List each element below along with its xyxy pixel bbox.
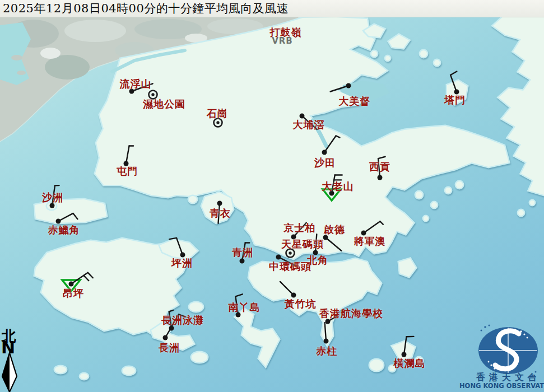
station-wind-barb (280, 282, 296, 298)
station-label: 京士柏 (284, 223, 316, 233)
map-title: 2025年12月08日04時00分的十分鐘平均風向及風速 (3, 1, 289, 16)
station-label: 昂坪 (63, 288, 84, 298)
station-label: 啟德 (324, 225, 345, 235)
station-wind-barb (450, 71, 459, 94)
station-label: 濕地公園 (143, 99, 185, 109)
station-label: 香港航海學校 (319, 309, 383, 319)
station-label: 天星碼頭 (281, 239, 324, 249)
station-label: 長洲 (159, 343, 180, 353)
station-calm-marker (214, 119, 222, 127)
station-label: 北角 (307, 255, 328, 265)
station-label: 沙洲 (42, 193, 63, 203)
hko-logo-name-en: HONG KONG OBSERVATORY (459, 382, 544, 390)
station-label: 中環碼頭 (269, 262, 311, 272)
station-wind-barb (361, 221, 383, 235)
station-wind-barb (169, 238, 185, 258)
station-label: 流浮山 (120, 79, 152, 89)
station-label: 橫瀾島 (394, 358, 426, 368)
station-label: 大老山 (322, 181, 354, 192)
station-label: 大埔滘 (293, 120, 325, 130)
station-label: 南丫島 (229, 302, 261, 312)
station-label: 坪洲 (171, 258, 193, 268)
station-wind-barb (56, 213, 78, 224)
station-label: 石崗 (207, 109, 228, 119)
station-label: 長洲泳灘 (161, 315, 204, 325)
station-label: 大美督 (339, 96, 371, 106)
variable-wind-text: VRB (272, 36, 293, 46)
station-label: 青衣 (210, 208, 231, 218)
wind-map-screen: 打鼓嶺VRB流浮山濕地公園石崗大埔滘大美督塔門沙田西貢大老山屯門沙洲赤鱲角青衣京… (0, 0, 544, 392)
title-bar: 2025年12月08日04時00分的十分鐘平均風向及風速 (0, 0, 544, 17)
station-label: 將軍澳 (354, 236, 386, 246)
station-label: 黃竹坑 (285, 299, 317, 309)
station-wind-barb (124, 146, 134, 166)
compass-north-arrow-icon (0, 351, 22, 392)
station-label: 屯門 (117, 166, 138, 176)
station-label: 青洲 (232, 248, 253, 258)
station-label: 沙田 (314, 158, 336, 168)
station-wind-barb (402, 337, 414, 357)
station-label: 西貢 (369, 162, 390, 172)
station-wind-barb (323, 235, 342, 251)
station-label: 赤柱 (316, 346, 337, 356)
station-wind-barb (324, 323, 329, 343)
station-calm-marker (286, 249, 295, 258)
station-wind-barb (322, 136, 340, 155)
station-label: 塔門 (444, 95, 466, 105)
station-label: 赤鱲角 (48, 225, 80, 235)
station-wind-barb (331, 83, 351, 92)
station-symbols-layer (0, 0, 544, 392)
